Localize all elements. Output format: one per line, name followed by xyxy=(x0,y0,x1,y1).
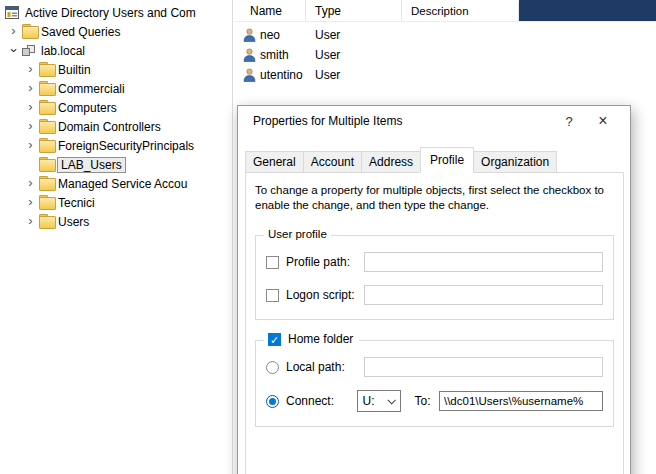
home-folder-checkbox[interactable] xyxy=(268,333,281,346)
home-folder-caption: Home folder xyxy=(264,332,359,346)
connect-row: Connect: U: To: xyxy=(266,390,603,412)
to-label: To: xyxy=(415,394,439,408)
tree-item-label: Domain Controllers xyxy=(58,120,161,134)
local-path-label: Local path: xyxy=(286,360,364,374)
tree-item-root[interactable]: Active Directory Users and Com xyxy=(0,3,232,22)
tree-item-computers[interactable]: Computers xyxy=(0,98,232,117)
tree-item-saved-queries[interactable]: Saved Queries xyxy=(0,22,232,41)
home-folder-group: Home folder Local path: Connect: U: To: xyxy=(255,340,614,427)
tree-item-foreign-security-principals[interactable]: ForeignSecurityPrincipals xyxy=(0,136,232,155)
chevron-right-icon[interactable] xyxy=(23,214,38,229)
tree-item-label: Commerciali xyxy=(58,82,125,96)
tree-item-builtin[interactable]: Builtin xyxy=(0,60,232,79)
tree-item-label: lab.local xyxy=(41,44,85,58)
chevron-right-icon[interactable] xyxy=(23,62,38,77)
help-button[interactable]: ? xyxy=(552,107,586,136)
tree-item-label: Tecnici xyxy=(58,196,95,210)
tab-organization[interactable]: Organization xyxy=(473,151,557,173)
list-rows: neo User smith User utentino User xyxy=(234,22,656,85)
folder-icon xyxy=(38,215,55,229)
drive-letter-value: U: xyxy=(363,394,375,408)
logon-script-input[interactable] xyxy=(364,285,603,305)
tree-item-commerciali[interactable]: Commerciali xyxy=(0,79,232,98)
properties-dialog: Properties for Multiple Items ? × Genera… xyxy=(237,105,631,474)
tab-account[interactable]: Account xyxy=(303,151,362,173)
close-button[interactable]: × xyxy=(586,107,620,136)
chevron-right-icon[interactable] xyxy=(23,119,38,134)
chevron-right-icon[interactable] xyxy=(6,24,21,39)
chevron-right-icon[interactable] xyxy=(23,138,38,153)
dialog-title: Properties for Multiple Items xyxy=(253,114,552,128)
profile-path-label: Profile path: xyxy=(286,255,364,269)
tree-item-lab-users[interactable]: LAB_Users xyxy=(0,155,232,174)
tree-item-label: Computers xyxy=(58,101,117,115)
chevron-right-icon[interactable] xyxy=(23,81,38,96)
home-folder-label: Home folder xyxy=(288,332,353,346)
local-path-radio[interactable] xyxy=(266,361,279,374)
folder-icon xyxy=(21,25,38,39)
tree-item-label: ForeignSecurityPrincipals xyxy=(58,139,194,153)
user-profile-group: User profile Profile path: Logon script: xyxy=(255,235,614,320)
tab-general[interactable]: General xyxy=(245,151,304,173)
console-tree: Active Directory Users and Com Saved Que… xyxy=(0,0,233,474)
chevron-right-icon[interactable] xyxy=(23,195,38,210)
user-icon xyxy=(243,28,256,42)
logon-script-checkbox[interactable] xyxy=(266,289,279,302)
chevron-down-icon[interactable] xyxy=(6,43,21,58)
folder-icon xyxy=(38,120,55,134)
tree-item-users[interactable]: Users xyxy=(0,212,232,231)
chevron-placeholder xyxy=(23,157,38,172)
home-folder-path-input[interactable] xyxy=(439,391,603,411)
local-path-row: Local path: xyxy=(266,357,603,377)
profile-path-input[interactable] xyxy=(364,252,603,272)
folder-icon xyxy=(38,196,55,210)
tab-strip: General Account Address Profile Organiza… xyxy=(245,147,557,173)
user-profile-group-label: User profile xyxy=(264,228,331,240)
column-header-name[interactable]: Name xyxy=(234,0,306,21)
logon-script-row: Logon script: xyxy=(266,285,603,305)
folder-icon xyxy=(38,177,55,191)
chevron-right-icon[interactable] xyxy=(23,100,38,115)
tree-item-tecnici[interactable]: Tecnici xyxy=(0,193,232,212)
tree-item-label-selected: LAB_Users xyxy=(57,157,126,173)
tree-item-managed-service-accounts[interactable]: Managed Service Accou xyxy=(0,174,232,193)
tree-item-domain-controllers[interactable]: Domain Controllers xyxy=(0,117,232,136)
connect-label: Connect: xyxy=(286,394,357,408)
folder-icon xyxy=(38,158,55,172)
connect-radio[interactable] xyxy=(266,395,279,408)
chevron-down-icon xyxy=(387,396,395,404)
logon-script-label: Logon script: xyxy=(286,288,364,302)
tree-item-label: Active Directory Users and Com xyxy=(25,6,196,20)
column-header-description[interactable]: Description xyxy=(403,2,519,21)
cell-name: utentino xyxy=(260,68,306,82)
folder-icon xyxy=(38,63,55,77)
user-icon xyxy=(243,48,256,62)
chevron-right-icon[interactable] xyxy=(23,176,38,191)
tree-item-lab-local[interactable]: lab.local xyxy=(0,41,232,60)
cell-name: neo xyxy=(260,28,306,42)
list-item-smith[interactable]: smith User xyxy=(234,45,656,65)
tree-item-label: Saved Queries xyxy=(41,25,120,39)
tab-profile[interactable]: Profile xyxy=(420,147,474,173)
cell-name: smith xyxy=(260,48,306,62)
local-path-input[interactable] xyxy=(364,357,603,377)
folder-icon xyxy=(38,101,55,115)
profile-path-checkbox[interactable] xyxy=(266,256,279,269)
tab-address[interactable]: Address xyxy=(361,151,421,173)
list-item-utentino[interactable]: utentino User xyxy=(234,65,656,85)
folder-icon xyxy=(38,82,55,96)
tree-item-label: Managed Service Accou xyxy=(58,177,187,191)
column-header-type[interactable]: Type xyxy=(306,0,402,21)
tree-item-label: Builtin xyxy=(58,63,91,77)
dialog-description: To change a property for multiple object… xyxy=(255,183,617,213)
list-item-neo[interactable]: neo User xyxy=(234,25,656,45)
dark-corner-region xyxy=(519,0,656,21)
aduc-console-window: Active Directory Users and Com Saved Que… xyxy=(0,0,656,474)
dialog-titlebar[interactable]: Properties for Multiple Items ? × xyxy=(238,106,630,136)
console-root-icon xyxy=(5,6,22,20)
user-icon xyxy=(243,68,256,82)
cell-type: User xyxy=(306,48,402,62)
profile-path-row: Profile path: xyxy=(266,252,603,272)
tree-item-label: Users xyxy=(58,215,89,229)
drive-letter-select[interactable]: U: xyxy=(357,390,401,412)
